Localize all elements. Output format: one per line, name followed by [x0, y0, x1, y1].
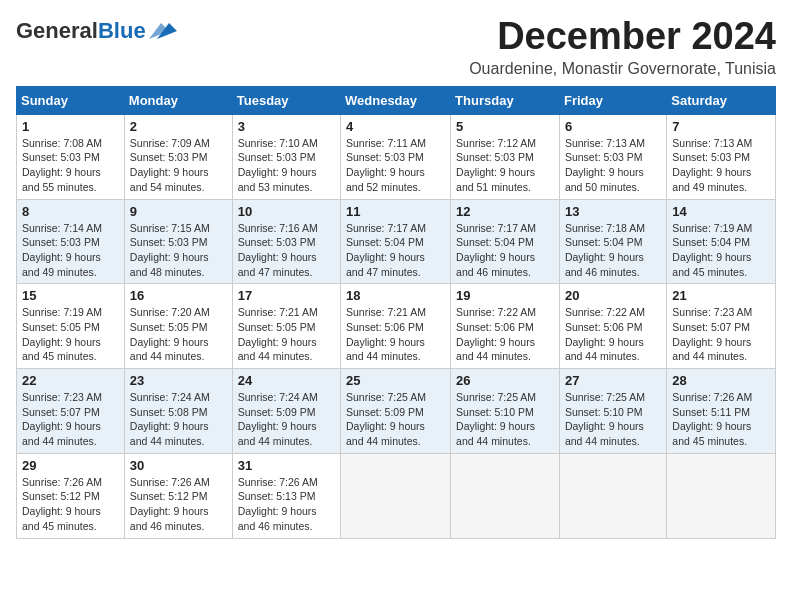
day-number: 14	[672, 204, 770, 219]
week-row-3: 15Sunrise: 7:19 AMSunset: 5:05 PMDayligh…	[17, 284, 776, 369]
day-number: 29	[22, 458, 119, 473]
day-number: 12	[456, 204, 554, 219]
day-number: 15	[22, 288, 119, 303]
day-detail: Sunrise: 7:21 AMSunset: 5:05 PMDaylight:…	[238, 305, 335, 364]
page-header: GeneralBlue December 2024 Ouardenine, Mo…	[16, 16, 776, 78]
day-detail: Sunrise: 7:23 AMSunset: 5:07 PMDaylight:…	[22, 390, 119, 449]
day-number: 10	[238, 204, 335, 219]
logo: GeneralBlue	[16, 20, 177, 42]
day-cell: 5Sunrise: 7:12 AMSunset: 5:03 PMDaylight…	[451, 114, 560, 199]
day-number: 27	[565, 373, 661, 388]
day-cell: 23Sunrise: 7:24 AMSunset: 5:08 PMDayligh…	[124, 369, 232, 454]
day-detail: Sunrise: 7:23 AMSunset: 5:07 PMDaylight:…	[672, 305, 770, 364]
day-cell: 24Sunrise: 7:24 AMSunset: 5:09 PMDayligh…	[232, 369, 340, 454]
day-detail: Sunrise: 7:26 AMSunset: 5:13 PMDaylight:…	[238, 475, 335, 534]
day-detail: Sunrise: 7:21 AMSunset: 5:06 PMDaylight:…	[346, 305, 445, 364]
day-number: 16	[130, 288, 227, 303]
day-detail: Sunrise: 7:11 AMSunset: 5:03 PMDaylight:…	[346, 136, 445, 195]
day-cell: 1Sunrise: 7:08 AMSunset: 5:03 PMDaylight…	[17, 114, 125, 199]
day-cell: 18Sunrise: 7:21 AMSunset: 5:06 PMDayligh…	[341, 284, 451, 369]
day-cell: 12Sunrise: 7:17 AMSunset: 5:04 PMDayligh…	[451, 199, 560, 284]
col-header-wednesday: Wednesday	[341, 86, 451, 114]
day-cell	[451, 453, 560, 538]
day-number: 31	[238, 458, 335, 473]
day-cell: 20Sunrise: 7:22 AMSunset: 5:06 PMDayligh…	[559, 284, 666, 369]
day-detail: Sunrise: 7:22 AMSunset: 5:06 PMDaylight:…	[565, 305, 661, 364]
day-number: 17	[238, 288, 335, 303]
day-cell: 29Sunrise: 7:26 AMSunset: 5:12 PMDayligh…	[17, 453, 125, 538]
day-cell: 14Sunrise: 7:19 AMSunset: 5:04 PMDayligh…	[667, 199, 776, 284]
logo-icon	[149, 21, 177, 41]
day-cell: 9Sunrise: 7:15 AMSunset: 5:03 PMDaylight…	[124, 199, 232, 284]
day-number: 5	[456, 119, 554, 134]
day-number: 3	[238, 119, 335, 134]
week-row-1: 1Sunrise: 7:08 AMSunset: 5:03 PMDaylight…	[17, 114, 776, 199]
day-number: 4	[346, 119, 445, 134]
day-number: 21	[672, 288, 770, 303]
day-cell: 30Sunrise: 7:26 AMSunset: 5:12 PMDayligh…	[124, 453, 232, 538]
day-detail: Sunrise: 7:24 AMSunset: 5:08 PMDaylight:…	[130, 390, 227, 449]
day-cell: 2Sunrise: 7:09 AMSunset: 5:03 PMDaylight…	[124, 114, 232, 199]
day-cell: 8Sunrise: 7:14 AMSunset: 5:03 PMDaylight…	[17, 199, 125, 284]
col-header-saturday: Saturday	[667, 86, 776, 114]
day-number: 22	[22, 373, 119, 388]
day-detail: Sunrise: 7:25 AMSunset: 5:09 PMDaylight:…	[346, 390, 445, 449]
day-number: 9	[130, 204, 227, 219]
header-row: SundayMondayTuesdayWednesdayThursdayFrid…	[17, 86, 776, 114]
day-cell: 7Sunrise: 7:13 AMSunset: 5:03 PMDaylight…	[667, 114, 776, 199]
day-cell: 19Sunrise: 7:22 AMSunset: 5:06 PMDayligh…	[451, 284, 560, 369]
day-number: 24	[238, 373, 335, 388]
day-cell: 6Sunrise: 7:13 AMSunset: 5:03 PMDaylight…	[559, 114, 666, 199]
week-row-4: 22Sunrise: 7:23 AMSunset: 5:07 PMDayligh…	[17, 369, 776, 454]
day-detail: Sunrise: 7:16 AMSunset: 5:03 PMDaylight:…	[238, 221, 335, 280]
col-header-tuesday: Tuesday	[232, 86, 340, 114]
day-cell: 27Sunrise: 7:25 AMSunset: 5:10 PMDayligh…	[559, 369, 666, 454]
day-cell: 22Sunrise: 7:23 AMSunset: 5:07 PMDayligh…	[17, 369, 125, 454]
day-number: 18	[346, 288, 445, 303]
day-detail: Sunrise: 7:19 AMSunset: 5:05 PMDaylight:…	[22, 305, 119, 364]
col-header-monday: Monday	[124, 86, 232, 114]
day-number: 8	[22, 204, 119, 219]
day-number: 11	[346, 204, 445, 219]
day-number: 19	[456, 288, 554, 303]
day-number: 26	[456, 373, 554, 388]
week-row-5: 29Sunrise: 7:26 AMSunset: 5:12 PMDayligh…	[17, 453, 776, 538]
col-header-friday: Friday	[559, 86, 666, 114]
day-number: 1	[22, 119, 119, 134]
day-cell: 25Sunrise: 7:25 AMSunset: 5:09 PMDayligh…	[341, 369, 451, 454]
day-cell: 13Sunrise: 7:18 AMSunset: 5:04 PMDayligh…	[559, 199, 666, 284]
day-number: 25	[346, 373, 445, 388]
day-detail: Sunrise: 7:12 AMSunset: 5:03 PMDaylight:…	[456, 136, 554, 195]
day-detail: Sunrise: 7:10 AMSunset: 5:03 PMDaylight:…	[238, 136, 335, 195]
day-cell	[559, 453, 666, 538]
day-detail: Sunrise: 7:17 AMSunset: 5:04 PMDaylight:…	[346, 221, 445, 280]
day-detail: Sunrise: 7:20 AMSunset: 5:05 PMDaylight:…	[130, 305, 227, 364]
day-detail: Sunrise: 7:13 AMSunset: 5:03 PMDaylight:…	[672, 136, 770, 195]
day-number: 20	[565, 288, 661, 303]
day-number: 23	[130, 373, 227, 388]
week-row-2: 8Sunrise: 7:14 AMSunset: 5:03 PMDaylight…	[17, 199, 776, 284]
day-detail: Sunrise: 7:17 AMSunset: 5:04 PMDaylight:…	[456, 221, 554, 280]
day-cell: 4Sunrise: 7:11 AMSunset: 5:03 PMDaylight…	[341, 114, 451, 199]
day-cell: 17Sunrise: 7:21 AMSunset: 5:05 PMDayligh…	[232, 284, 340, 369]
day-detail: Sunrise: 7:24 AMSunset: 5:09 PMDaylight:…	[238, 390, 335, 449]
day-detail: Sunrise: 7:18 AMSunset: 5:04 PMDaylight:…	[565, 221, 661, 280]
day-number: 7	[672, 119, 770, 134]
day-detail: Sunrise: 7:25 AMSunset: 5:10 PMDaylight:…	[565, 390, 661, 449]
day-number: 28	[672, 373, 770, 388]
calendar-table: SundayMondayTuesdayWednesdayThursdayFrid…	[16, 86, 776, 539]
logo-text: GeneralBlue	[16, 20, 146, 42]
day-cell: 3Sunrise: 7:10 AMSunset: 5:03 PMDaylight…	[232, 114, 340, 199]
day-detail: Sunrise: 7:15 AMSunset: 5:03 PMDaylight:…	[130, 221, 227, 280]
col-header-thursday: Thursday	[451, 86, 560, 114]
day-cell: 10Sunrise: 7:16 AMSunset: 5:03 PMDayligh…	[232, 199, 340, 284]
day-cell	[667, 453, 776, 538]
day-cell: 16Sunrise: 7:20 AMSunset: 5:05 PMDayligh…	[124, 284, 232, 369]
day-cell: 31Sunrise: 7:26 AMSunset: 5:13 PMDayligh…	[232, 453, 340, 538]
day-number: 6	[565, 119, 661, 134]
col-header-sunday: Sunday	[17, 86, 125, 114]
day-cell: 15Sunrise: 7:19 AMSunset: 5:05 PMDayligh…	[17, 284, 125, 369]
day-detail: Sunrise: 7:25 AMSunset: 5:10 PMDaylight:…	[456, 390, 554, 449]
day-number: 13	[565, 204, 661, 219]
title-block: December 2024 Ouardenine, Monastir Gover…	[469, 16, 776, 78]
